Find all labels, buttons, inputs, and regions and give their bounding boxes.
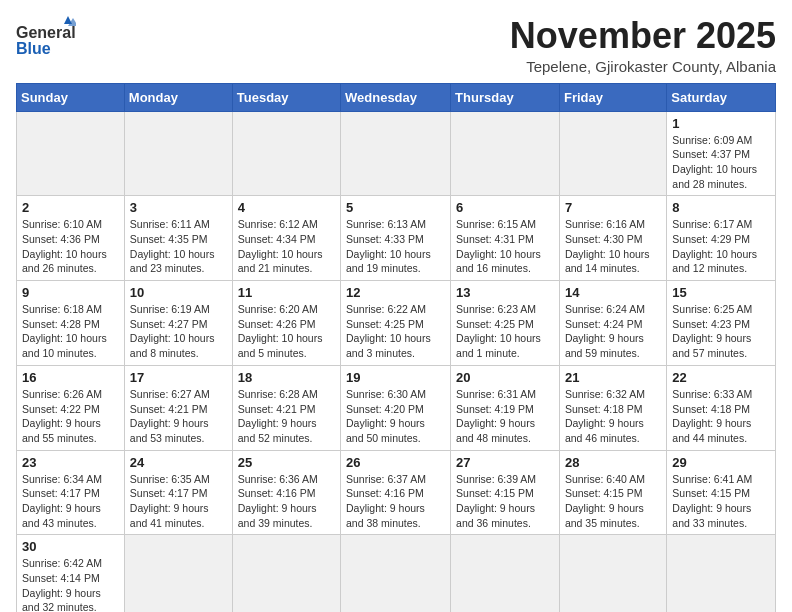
day-number: 13 bbox=[456, 285, 554, 300]
calendar-day-cell: 26Sunrise: 6:37 AM Sunset: 4:16 PM Dayli… bbox=[341, 450, 451, 535]
calendar-day-cell bbox=[341, 535, 451, 612]
calendar-day-cell: 19Sunrise: 6:30 AM Sunset: 4:20 PM Dayli… bbox=[341, 365, 451, 450]
calendar-day-cell bbox=[341, 111, 451, 196]
day-info: Sunrise: 6:37 AM Sunset: 4:16 PM Dayligh… bbox=[346, 472, 445, 531]
calendar-day-cell bbox=[559, 111, 666, 196]
day-info: Sunrise: 6:20 AM Sunset: 4:26 PM Dayligh… bbox=[238, 302, 335, 361]
calendar-day-cell bbox=[17, 111, 125, 196]
calendar-day-cell bbox=[451, 535, 560, 612]
calendar-day-cell: 13Sunrise: 6:23 AM Sunset: 4:25 PM Dayli… bbox=[451, 281, 560, 366]
day-number: 28 bbox=[565, 455, 661, 470]
day-info: Sunrise: 6:23 AM Sunset: 4:25 PM Dayligh… bbox=[456, 302, 554, 361]
day-of-week-header: Monday bbox=[124, 83, 232, 111]
day-info: Sunrise: 6:32 AM Sunset: 4:18 PM Dayligh… bbox=[565, 387, 661, 446]
day-number: 30 bbox=[22, 539, 119, 554]
day-info: Sunrise: 6:30 AM Sunset: 4:20 PM Dayligh… bbox=[346, 387, 445, 446]
title-area: November 2025 Tepelene, Gjirokaster Coun… bbox=[510, 16, 776, 75]
day-of-week-header: Wednesday bbox=[341, 83, 451, 111]
calendar-day-cell: 30Sunrise: 6:42 AM Sunset: 4:14 PM Dayli… bbox=[17, 535, 125, 612]
day-info: Sunrise: 6:33 AM Sunset: 4:18 PM Dayligh… bbox=[672, 387, 770, 446]
day-number: 3 bbox=[130, 200, 227, 215]
day-info: Sunrise: 6:17 AM Sunset: 4:29 PM Dayligh… bbox=[672, 217, 770, 276]
day-info: Sunrise: 6:42 AM Sunset: 4:14 PM Dayligh… bbox=[22, 556, 119, 612]
calendar-day-cell: 27Sunrise: 6:39 AM Sunset: 4:15 PM Dayli… bbox=[451, 450, 560, 535]
calendar-day-cell bbox=[232, 535, 340, 612]
calendar-day-cell bbox=[559, 535, 666, 612]
calendar-day-cell: 21Sunrise: 6:32 AM Sunset: 4:18 PM Dayli… bbox=[559, 365, 666, 450]
calendar-week-row: 16Sunrise: 6:26 AM Sunset: 4:22 PM Dayli… bbox=[17, 365, 776, 450]
calendar-day-cell: 15Sunrise: 6:25 AM Sunset: 4:23 PM Dayli… bbox=[667, 281, 776, 366]
day-info: Sunrise: 6:16 AM Sunset: 4:30 PM Dayligh… bbox=[565, 217, 661, 276]
day-info: Sunrise: 6:40 AM Sunset: 4:15 PM Dayligh… bbox=[565, 472, 661, 531]
calendar-day-cell: 9Sunrise: 6:18 AM Sunset: 4:28 PM Daylig… bbox=[17, 281, 125, 366]
day-number: 25 bbox=[238, 455, 335, 470]
calendar-week-row: 30Sunrise: 6:42 AM Sunset: 4:14 PM Dayli… bbox=[17, 535, 776, 612]
day-number: 22 bbox=[672, 370, 770, 385]
calendar-day-cell: 12Sunrise: 6:22 AM Sunset: 4:25 PM Dayli… bbox=[341, 281, 451, 366]
calendar-table: SundayMondayTuesdayWednesdayThursdayFrid… bbox=[16, 83, 776, 612]
day-info: Sunrise: 6:22 AM Sunset: 4:25 PM Dayligh… bbox=[346, 302, 445, 361]
day-number: 27 bbox=[456, 455, 554, 470]
day-info: Sunrise: 6:11 AM Sunset: 4:35 PM Dayligh… bbox=[130, 217, 227, 276]
calendar-day-cell: 1Sunrise: 6:09 AM Sunset: 4:37 PM Daylig… bbox=[667, 111, 776, 196]
day-of-week-header: Saturday bbox=[667, 83, 776, 111]
calendar-day-cell: 23Sunrise: 6:34 AM Sunset: 4:17 PM Dayli… bbox=[17, 450, 125, 535]
calendar-day-cell: 25Sunrise: 6:36 AM Sunset: 4:16 PM Dayli… bbox=[232, 450, 340, 535]
day-number: 24 bbox=[130, 455, 227, 470]
calendar-day-cell: 22Sunrise: 6:33 AM Sunset: 4:18 PM Dayli… bbox=[667, 365, 776, 450]
calendar-day-cell bbox=[667, 535, 776, 612]
calendar-day-cell: 14Sunrise: 6:24 AM Sunset: 4:24 PM Dayli… bbox=[559, 281, 666, 366]
calendar-day-cell: 8Sunrise: 6:17 AM Sunset: 4:29 PM Daylig… bbox=[667, 196, 776, 281]
calendar-day-cell: 24Sunrise: 6:35 AM Sunset: 4:17 PM Dayli… bbox=[124, 450, 232, 535]
day-info: Sunrise: 6:15 AM Sunset: 4:31 PM Dayligh… bbox=[456, 217, 554, 276]
calendar-week-row: 2Sunrise: 6:10 AM Sunset: 4:36 PM Daylig… bbox=[17, 196, 776, 281]
day-info: Sunrise: 6:12 AM Sunset: 4:34 PM Dayligh… bbox=[238, 217, 335, 276]
calendar-week-row: 9Sunrise: 6:18 AM Sunset: 4:28 PM Daylig… bbox=[17, 281, 776, 366]
day-number: 29 bbox=[672, 455, 770, 470]
calendar-day-cell: 17Sunrise: 6:27 AM Sunset: 4:21 PM Dayli… bbox=[124, 365, 232, 450]
calendar-day-cell: 7Sunrise: 6:16 AM Sunset: 4:30 PM Daylig… bbox=[559, 196, 666, 281]
day-number: 12 bbox=[346, 285, 445, 300]
day-info: Sunrise: 6:10 AM Sunset: 4:36 PM Dayligh… bbox=[22, 217, 119, 276]
day-number: 7 bbox=[565, 200, 661, 215]
calendar-day-cell: 3Sunrise: 6:11 AM Sunset: 4:35 PM Daylig… bbox=[124, 196, 232, 281]
calendar-week-row: 1Sunrise: 6:09 AM Sunset: 4:37 PM Daylig… bbox=[17, 111, 776, 196]
calendar-week-row: 23Sunrise: 6:34 AM Sunset: 4:17 PM Dayli… bbox=[17, 450, 776, 535]
day-info: Sunrise: 6:31 AM Sunset: 4:19 PM Dayligh… bbox=[456, 387, 554, 446]
day-number: 2 bbox=[22, 200, 119, 215]
day-number: 16 bbox=[22, 370, 119, 385]
calendar-day-cell: 18Sunrise: 6:28 AM Sunset: 4:21 PM Dayli… bbox=[232, 365, 340, 450]
calendar-day-cell bbox=[451, 111, 560, 196]
day-number: 11 bbox=[238, 285, 335, 300]
day-number: 21 bbox=[565, 370, 661, 385]
day-info: Sunrise: 6:09 AM Sunset: 4:37 PM Dayligh… bbox=[672, 133, 770, 192]
calendar-day-cell bbox=[232, 111, 340, 196]
day-number: 8 bbox=[672, 200, 770, 215]
calendar-day-cell: 28Sunrise: 6:40 AM Sunset: 4:15 PM Dayli… bbox=[559, 450, 666, 535]
day-info: Sunrise: 6:34 AM Sunset: 4:17 PM Dayligh… bbox=[22, 472, 119, 531]
day-number: 5 bbox=[346, 200, 445, 215]
day-number: 19 bbox=[346, 370, 445, 385]
logo-icon: General Blue bbox=[16, 16, 76, 61]
day-number: 15 bbox=[672, 285, 770, 300]
calendar-day-cell: 10Sunrise: 6:19 AM Sunset: 4:27 PM Dayli… bbox=[124, 281, 232, 366]
svg-text:Blue: Blue bbox=[16, 40, 51, 57]
calendar-day-cell: 6Sunrise: 6:15 AM Sunset: 4:31 PM Daylig… bbox=[451, 196, 560, 281]
day-number: 4 bbox=[238, 200, 335, 215]
page-header: General Blue November 2025 Tepelene, Gji… bbox=[16, 16, 776, 75]
day-info: Sunrise: 6:27 AM Sunset: 4:21 PM Dayligh… bbox=[130, 387, 227, 446]
day-info: Sunrise: 6:39 AM Sunset: 4:15 PM Dayligh… bbox=[456, 472, 554, 531]
day-number: 1 bbox=[672, 116, 770, 131]
day-number: 17 bbox=[130, 370, 227, 385]
calendar-day-cell: 2Sunrise: 6:10 AM Sunset: 4:36 PM Daylig… bbox=[17, 196, 125, 281]
day-info: Sunrise: 6:18 AM Sunset: 4:28 PM Dayligh… bbox=[22, 302, 119, 361]
logo: General Blue bbox=[16, 16, 76, 61]
day-info: Sunrise: 6:19 AM Sunset: 4:27 PM Dayligh… bbox=[130, 302, 227, 361]
day-of-week-header: Friday bbox=[559, 83, 666, 111]
day-info: Sunrise: 6:24 AM Sunset: 4:24 PM Dayligh… bbox=[565, 302, 661, 361]
day-info: Sunrise: 6:28 AM Sunset: 4:21 PM Dayligh… bbox=[238, 387, 335, 446]
calendar-title: November 2025 bbox=[510, 16, 776, 56]
day-of-week-header: Tuesday bbox=[232, 83, 340, 111]
calendar-subtitle: Tepelene, Gjirokaster County, Albania bbox=[510, 58, 776, 75]
day-number: 14 bbox=[565, 285, 661, 300]
